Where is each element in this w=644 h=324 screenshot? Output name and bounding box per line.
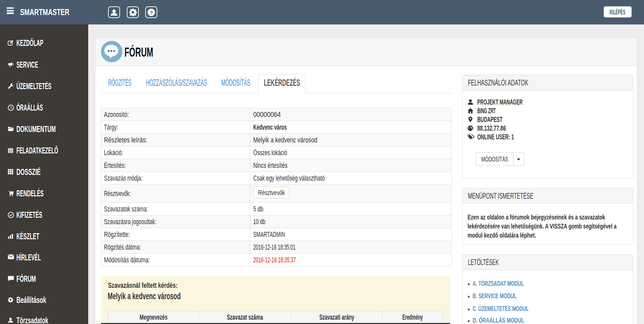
- svg-text:?: ?: [150, 9, 153, 15]
